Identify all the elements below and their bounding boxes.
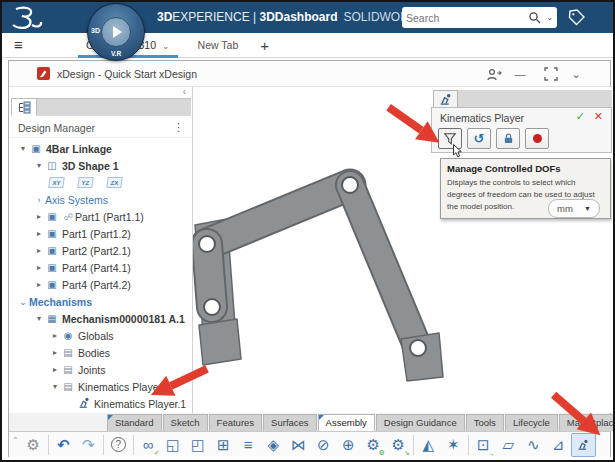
gears-icon[interactable]: ⚙⚙ [361, 433, 386, 457]
tree-item-part2-part2-1[interactable]: ▸▣Part2 (Part2.1) [9, 242, 192, 259]
lock-button[interactable] [496, 128, 520, 149]
add-tab-button[interactable]: + [252, 37, 277, 54]
tree-item-label: 4Bar Linkage [46, 143, 112, 155]
ribbon-tab-surfaces[interactable]: Surfaces [263, 414, 317, 431]
tree-item-mechanism00000181-a-1[interactable]: ▾▦Mechanism00000181 A.1 [9, 310, 192, 327]
fullscreen-icon[interactable] [544, 67, 558, 81]
xdesign-app-window: xDesign - Quick Start xDesign — ⌄ ‹ Desi… [8, 60, 611, 457]
attach-icon[interactable]: ⊘ [311, 433, 336, 457]
minimize-button[interactable]: — [510, 65, 530, 83]
search-icon[interactable] [528, 11, 541, 24]
tree-item-bodies[interactable]: ▸▤Bodies [9, 344, 192, 361]
ribbon-collapse-icon[interactable]: ⌄ [12, 435, 19, 444]
compass-play-button[interactable] [101, 17, 131, 47]
tree-item-planes[interactable]: XYYZZX [9, 174, 192, 191]
fastener-icon[interactable]: ⊕ [336, 433, 361, 457]
tree-item-3d-shape-1[interactable]: ▾◫3D Shape 1 [9, 157, 192, 174]
insert-component-icon[interactable]: ◱ [161, 433, 186, 457]
ribbon-tab-lifecycle[interactable]: Lifecycle [505, 414, 558, 431]
expander-icon[interactable]: ▸ [49, 365, 61, 374]
shape-icon: ◫ [45, 160, 59, 171]
ribbon-tab-standard[interactable]: Standard [107, 414, 162, 431]
expander-icon[interactable]: ⌄ [17, 297, 29, 307]
window-collapse-chevron-icon[interactable]: ⌄ [566, 65, 586, 83]
gear-motion-icon[interactable]: ⚙↘ [386, 433, 411, 457]
ribbon-tab-sketch[interactable]: Sketch [163, 414, 208, 431]
tree-item-label: Mechanisms [29, 296, 92, 308]
expander-icon[interactable]: ▸ [49, 348, 61, 357]
panel-menu-icon[interactable]: ⋮ [173, 121, 184, 134]
panel-header: Design Manager ⋮ [9, 118, 192, 138]
expander-icon[interactable]: ▸ [33, 212, 45, 221]
tree-item-mechanisms[interactable]: ⌄Mechanisms [9, 293, 192, 310]
mirror-components-icon[interactable]: ⋈ [286, 433, 311, 457]
tag-icon[interactable] [567, 8, 586, 27]
structure-list-icon[interactable]: ≡ [236, 433, 261, 457]
tree-item-part4-part4-2[interactable]: ▸▣Part4 (Part4.2) [9, 276, 192, 293]
link-check-icon[interactable]: ∞✓ [136, 433, 161, 457]
structure-tree-icon [17, 101, 32, 114]
ribbon-tab-features[interactable]: Features [209, 414, 263, 431]
plane-icon-zx[interactable]: ZX [106, 177, 123, 188]
expander-icon[interactable]: › [33, 195, 45, 205]
expander-icon[interactable]: ▾ [33, 314, 45, 323]
help-icon[interactable]: ? [106, 433, 131, 457]
expander-icon[interactable]: ▸ [49, 331, 61, 340]
exploded-view-icon[interactable]: ✶ [441, 433, 466, 457]
reset-button[interactable]: ↺ [467, 128, 491, 149]
plane-icon-yz[interactable]: YZ [77, 177, 94, 188]
undo-icon[interactable]: ↶ [51, 433, 76, 457]
tab-new-tab[interactable]: New Tab [184, 33, 253, 58]
move-component-icon[interactable]: ⊡→ [471, 433, 496, 457]
tree-item-label: Mechanism00000181 A.1 [62, 313, 185, 325]
cube-icon: ▣ [45, 245, 59, 256]
tree-item-globals[interactable]: ▸◉Globals [9, 327, 192, 344]
expander-icon[interactable]: ▸ [33, 263, 45, 272]
cube-icon: ▣ [45, 211, 59, 222]
search-box: ⌄ [402, 7, 557, 28]
record-button[interactable] [525, 128, 549, 149]
ribbon-tab-design-guidance[interactable]: Design Guidance [376, 414, 465, 431]
ribbon-tab-tools[interactable]: Tools [466, 414, 504, 431]
new-component-icon[interactable]: ◰ [186, 433, 211, 457]
3dexperience-compass[interactable]: 3D V.R [87, 3, 145, 61]
component-move-icon[interactable]: ◈ [261, 433, 286, 457]
tab-chevron-icon[interactable]: ⌄ [162, 41, 170, 51]
redo-icon[interactable]: ↷ [76, 433, 101, 457]
expander-icon[interactable]: ▾ [17, 144, 29, 153]
3d-viewport[interactable]: Kinematics Player ✓ ✕ ↺ Manage Controlle… [193, 87, 612, 413]
confirm-check-icon[interactable]: ✓ [576, 110, 585, 123]
belt-drive-icon[interactable]: ∿ [521, 433, 546, 457]
globe-icon: ◉ [61, 330, 75, 341]
ribbon-toolbar: ⌄ ⚙↶↷?∞✓◱◰⊞≡◈⋈⊘⊕⚙⚙⚙↘◭✶⊡→▱∿⊿ [9, 431, 610, 457]
mirror-icon[interactable]: ◭ [416, 433, 441, 457]
search-options-chevron-icon[interactable]: ⌄ [546, 13, 553, 22]
expander-icon[interactable]: ▾ [49, 382, 61, 391]
share-user-icon[interactable] [486, 68, 502, 82]
panel-collapse-icon[interactable]: ‹ [183, 86, 186, 97]
pattern-icon[interactable]: ⊞ [211, 433, 236, 457]
tree-item-part1-part1-2[interactable]: ▸▣Part1 (Part1.2) [9, 225, 192, 242]
tree-item-4bar-linkage[interactable]: ▾▣4Bar Linkage [9, 140, 192, 157]
cancel-x-icon[interactable]: ✕ [594, 110, 603, 123]
linkage-frame-icon[interactable]: ▱ [496, 433, 521, 457]
search-input[interactable] [406, 12, 528, 24]
settings-icon[interactable]: ⚙ [21, 433, 46, 457]
tree-item-label: Axis Systems [45, 194, 108, 206]
units-dropdown[interactable]: mm ▼ [548, 199, 600, 218]
expander-icon[interactable]: ▸ [33, 246, 45, 255]
plane-icon-xy[interactable]: XY [48, 177, 65, 188]
design-manager-tab[interactable] [11, 98, 37, 116]
kinematics-player-tab[interactable] [433, 90, 458, 107]
hamburger-menu-icon[interactable]: ≡ [14, 36, 23, 53]
expander-icon[interactable]: ▸ [33, 229, 45, 238]
expander-icon[interactable]: ▸ [33, 280, 45, 289]
kinematics-dof-icon[interactable]: ⊿ [546, 433, 571, 457]
3ds-logo-icon[interactable] [10, 5, 44, 31]
cube-icon: ▣ [45, 228, 59, 239]
tree-item-part4-part4-1[interactable]: ▸▣Part4 (Part4.1) [9, 259, 192, 276]
tree-item-part1-part1-1[interactable]: ▸▣☍Part1 (Part1.1) [9, 208, 192, 225]
ribbon-tab-assembly[interactable]: Assembly [318, 414, 375, 431]
tree-item-axis-systems[interactable]: ›Axis Systems [9, 191, 192, 208]
expander-icon[interactable]: ▾ [33, 161, 45, 170]
